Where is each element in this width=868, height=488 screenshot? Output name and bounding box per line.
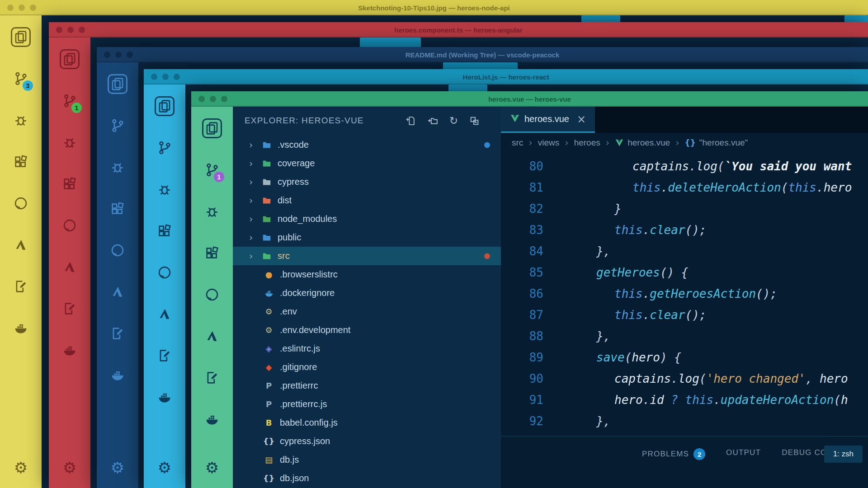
explorer-icon[interactable] [11,27,31,47]
background-editor-tab[interactable] [844,15,868,22]
github-icon[interactable] [155,263,175,282]
line-number[interactable]: 91 [501,393,553,407]
edit-icon[interactable] [155,346,175,366]
azure-icon[interactable] [155,304,175,324]
line-number[interactable]: 85 [501,266,553,279]
breadcrumb-item[interactable]: {}"heroes.vue" [685,138,748,148]
docker-icon[interactable] [202,409,222,429]
titlebar[interactable]: heroes.component.ts — heroes-angular [49,22,868,38]
tree-item-cypress[interactable]: ›cypress [233,173,501,191]
tree-item-.prettierrc.js[interactable]: P.prettierrc.js [233,395,501,413]
code-line[interactable]: 87this.clear(); [501,304,868,325]
code-line[interactable]: 83this.clear(); [501,219,868,240]
code-line[interactable]: 86this.getHeroesAction(); [501,283,868,304]
azure-icon[interactable] [11,235,31,255]
line-number[interactable]: 84 [501,244,553,258]
tree-item-cypress.json[interactable]: {}cypress.json [233,432,501,450]
line-number[interactable]: 80 [501,160,553,173]
tree-item-.prettierrc[interactable]: P.prettierrc [233,376,501,395]
settings-gear-icon[interactable]: ⚙ [63,460,76,475]
tree-item-node_modules[interactable]: ›node_modules [233,210,501,228]
azure-icon[interactable] [60,257,80,277]
extensions-icon[interactable] [155,221,175,241]
traffic-close-button[interactable] [104,52,110,58]
traffic-minimize-button[interactable] [115,52,122,58]
azure-icon[interactable] [202,326,222,346]
tree-item-.dockerignore[interactable]: .dockerignore [233,284,501,302]
source-control-icon[interactable] [155,138,175,158]
settings-gear-icon[interactable]: ⚙ [14,460,28,475]
line-number[interactable]: 92 [501,414,553,428]
tree-item-dist[interactable]: ›dist [233,191,501,210]
tree-item-src[interactable]: ›src [233,247,501,265]
window-heroes-vue[interactable]: heroes.vue — heroes-vue 1⚙ EXPLORER: HER… [191,91,868,488]
breadcrumb-item[interactable]: views [538,138,560,148]
extensions-icon[interactable] [60,174,80,194]
traffic-zoom-button[interactable] [79,27,85,33]
titlebar[interactable]: heroes.vue — heroes-vue [191,91,868,107]
background-editor-tab[interactable] [360,38,421,47]
edit-icon[interactable] [108,324,127,343]
azure-icon[interactable] [108,282,127,302]
extensions-icon[interactable] [11,152,31,172]
new-file-icon[interactable] [405,115,416,127]
source-control-icon[interactable] [108,116,127,136]
tree-item-.env.development[interactable]: ⚙.env.development [233,321,501,339]
code-line[interactable]: 82} [501,198,868,219]
traffic-minimize-button[interactable] [210,96,216,102]
line-number[interactable]: 82 [501,202,553,216]
code-line[interactable]: 90captains.log('hero changed', hero [501,368,868,389]
titlebar[interactable]: Sketchnoting-10-Tips10.jpg — heroes-node… [0,0,868,15]
github-icon[interactable] [108,240,127,260]
traffic-zoom-button[interactable] [30,5,36,11]
docker-icon[interactable] [11,318,31,338]
debug-icon[interactable] [108,157,127,177]
tree-item-.browserslistrc[interactable]: ●.browserslistrc [233,265,501,284]
traffic-close-button[interactable] [198,96,205,102]
github-icon[interactable] [202,285,222,305]
refresh-icon[interactable]: ↻ [449,116,458,126]
traffic-minimize-button[interactable] [67,27,74,33]
traffic-minimize-button[interactable] [162,74,169,80]
background-editor-tab[interactable] [443,62,518,70]
explorer-icon[interactable] [60,49,80,69]
github-icon[interactable] [11,193,31,213]
code-line[interactable]: 89save(hero) { [501,347,868,368]
tree-item-.env[interactable]: ⚙.env [233,302,501,321]
code-line[interactable]: 91hero.id ? this.updateHeroAction(h [501,389,868,410]
tree-item-.vscode[interactable]: ›.vscode [233,136,501,154]
code-line[interactable]: 81this.deleteHeroAction(this.hero [501,177,868,198]
explorer-icon[interactable] [155,96,175,116]
edit-icon[interactable] [60,299,80,319]
settings-gear-icon[interactable]: ⚙ [205,460,219,475]
line-number[interactable]: 88 [501,329,553,343]
traffic-close-button[interactable] [151,74,157,80]
settings-gear-icon[interactable]: ⚙ [158,460,171,475]
titlebar[interactable]: HeroList.js — heroes-react [144,69,868,84]
shell-selector[interactable]: 1: zsh [824,446,863,463]
line-number[interactable]: 86 [501,287,553,300]
line-number[interactable]: 89 [501,351,553,364]
traffic-zoom-button[interactable] [127,52,133,58]
explorer-icon[interactable] [202,118,222,138]
tree-item-.eslintrc.js[interactable]: ◈.eslintrc.js [233,339,501,358]
tree-item-public[interactable]: ›public [233,228,501,247]
line-number[interactable]: 87 [501,308,553,322]
explorer-icon[interactable] [108,74,127,94]
panel-tab-output[interactable]: OUTPUT [726,448,761,462]
edit-icon[interactable] [202,368,222,388]
tree-item-coverage[interactable]: ›coverage [233,154,501,173]
debug-icon[interactable] [202,202,222,221]
traffic-zoom-button[interactable] [221,96,227,102]
code-line[interactable]: 88}, [501,325,868,347]
background-editor-tab[interactable] [581,15,620,22]
extensions-icon[interactable] [202,243,222,263]
titlebar[interactable]: README.md (Working Tree) — vscode-peacoc… [97,47,868,62]
debug-icon[interactable] [11,110,31,130]
breadcrumb-item[interactable]: heroes [574,138,600,148]
source-control-icon[interactable]: 1 [202,160,222,180]
breadcrumb-item[interactable]: heroes.vue [615,138,670,148]
debug-icon[interactable] [155,179,175,199]
line-number[interactable]: 81 [501,181,553,194]
tab-heroes-vue[interactable]: heroes.vue × [501,107,595,133]
